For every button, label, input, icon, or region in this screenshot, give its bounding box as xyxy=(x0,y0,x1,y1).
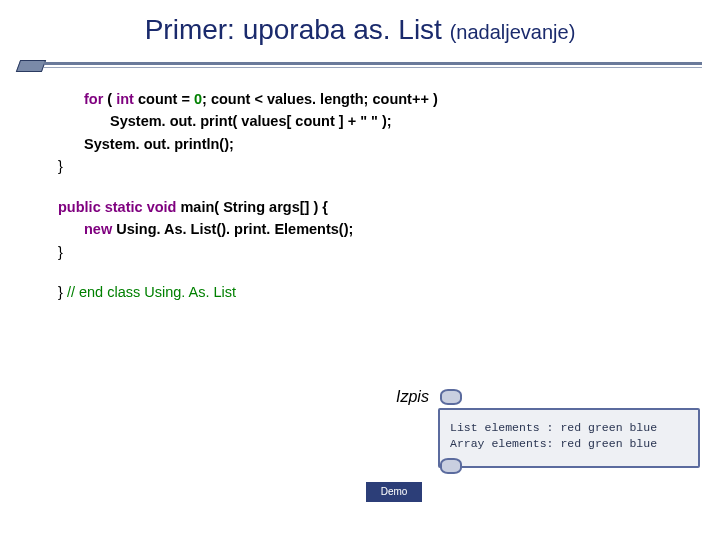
code-line: System. out. println(); xyxy=(58,133,438,155)
scroll-curl-icon xyxy=(440,389,462,405)
bullet-diamond-icon xyxy=(16,60,46,72)
demo-button[interactable]: Demo xyxy=(366,482,422,502)
code-block: for ( int count = 0; count < values. len… xyxy=(58,88,438,304)
output-line: List elements : red green blue xyxy=(450,421,657,434)
output-label: Izpis xyxy=(396,388,429,406)
code-line: } xyxy=(58,241,438,263)
title-rule xyxy=(18,58,702,72)
code-line: System. out. print( values[ count ] + " … xyxy=(58,110,438,132)
code-line: new Using. As. List(). print. Elements()… xyxy=(58,218,438,240)
scroll-curl-icon xyxy=(440,458,462,474)
code-line: } xyxy=(58,155,438,177)
code-line: } // end class Using. As. List xyxy=(58,281,438,303)
output-box: List elements : red green blue Array ele… xyxy=(438,408,700,468)
output-line: Array elements: red green blue xyxy=(450,437,657,450)
code-line: for ( int count = 0; count < values. len… xyxy=(58,88,438,110)
title-sub: (nadaljevanje) xyxy=(450,21,576,43)
slide-title: Primer: uporaba as. List (nadaljevanje) xyxy=(0,14,720,46)
code-line: public static void main( String args[] )… xyxy=(58,196,438,218)
title-main: Primer: uporaba as. List xyxy=(145,14,442,45)
